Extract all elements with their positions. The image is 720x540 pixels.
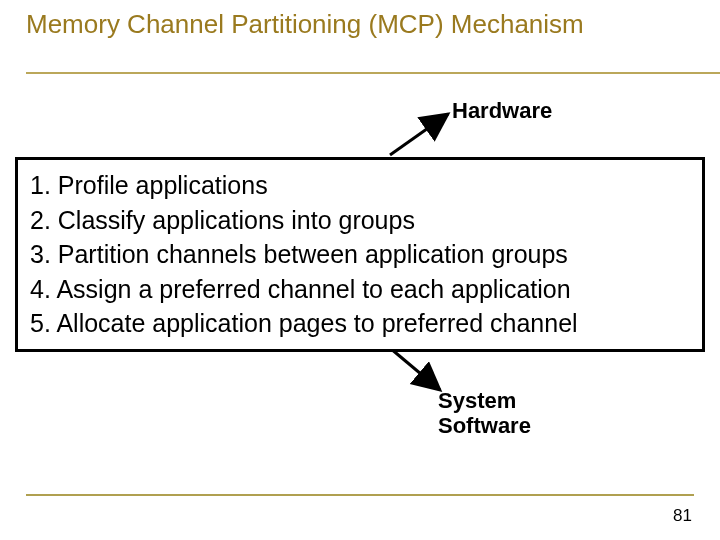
arrow-to-hardware [390,114,448,155]
list-item: 5. Allocate application pages to preferr… [30,306,692,341]
list-item: 3. Partition channels between applicatio… [30,237,692,272]
slide: Memory Channel Partitioning (MCP) Mechan… [0,0,720,540]
slide-title: Memory Channel Partitioning (MCP) Mechan… [26,8,694,41]
footer-rule [26,494,694,496]
list-item: 4. Assign a preferred channel to each ap… [30,272,692,307]
software-label: System Software [438,388,531,439]
arrow-to-software [390,348,440,390]
list-item: 2. Classify applications into groups [30,203,692,238]
page-number: 81 [673,506,692,526]
list-item: 1. Profile applications [30,168,692,203]
steps-box: 1. Profile applications 2. Classify appl… [15,157,705,352]
hardware-label: Hardware [452,98,552,124]
title-underline [26,72,720,74]
